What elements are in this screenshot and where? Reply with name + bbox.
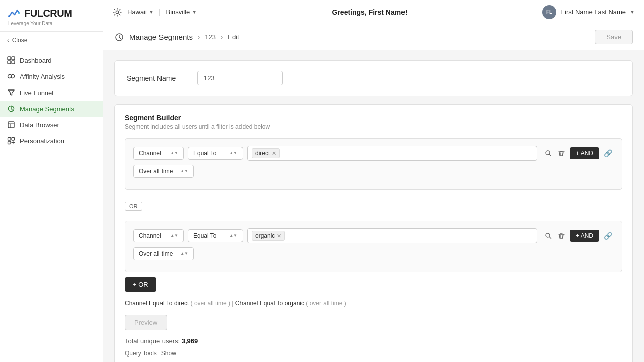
time-range-select-1[interactable]: Over all time ▲▼ <box>133 165 194 178</box>
search-button-2[interactable] <box>543 231 553 241</box>
sidebar-item-affinity-analysis[interactable]: Affinity Analysis <box>0 68 103 84</box>
delete-button-2[interactable] <box>556 231 567 241</box>
filter-tags-area-1: direct ✕ <box>247 146 537 161</box>
breadcrumb-segment-id: 123 <box>205 33 216 41</box>
preview-button[interactable]: Preview <box>125 315 167 330</box>
total-users: Total unique users: 3,969 <box>125 337 622 345</box>
channel-select-arrows-2: ▲▼ <box>170 234 178 238</box>
segment-name-label: Segment Name <box>127 74 187 82</box>
sidebar-item-manage-segments[interactable]: Manage Segments <box>0 101 103 117</box>
filter-tag-direct: direct ✕ <box>252 148 280 158</box>
sidebar-item-live-funnel[interactable]: Live Funnel <box>0 84 103 101</box>
filter-block-2: Channel ▲▼ Equal To ▲▼ organic ✕ <box>125 221 622 272</box>
binsville-dropdown[interactable]: Binsville ▼ <box>166 8 197 16</box>
svg-point-14 <box>116 11 119 14</box>
equal-to-arrows-2: ▲▼ <box>229 234 237 238</box>
close-button[interactable]: ‹ Close <box>0 32 103 49</box>
user-name: First Name Last Name <box>560 8 626 16</box>
sidebar-item-data-browser-label: Data Browser <box>20 121 59 129</box>
fulcrum-logo-icon <box>7 6 21 20</box>
sidebar-item-personalization[interactable]: Personalization <box>0 133 103 149</box>
logo-area: FULCRUM Leverage Your Data <box>0 0 103 32</box>
sidebar-item-personalization-label: Personalization <box>20 137 64 145</box>
save-button[interactable]: Save <box>595 30 633 44</box>
hawaii-dropdown[interactable]: Hawaii ▼ <box>127 8 154 16</box>
chevron-left-icon: ‹ <box>7 37 9 43</box>
topbar-left: Hawaii ▼ | Binsville ▼ <box>112 7 197 17</box>
and-button-2[interactable]: + AND <box>570 230 599 242</box>
topbar-separator: | <box>159 8 161 16</box>
channel-select-arrows-1: ▲▼ <box>170 151 178 155</box>
avatar: FL <box>542 5 556 19</box>
or-line-top <box>135 195 135 202</box>
topbar-header: Hawaii ▼ | Binsville ▼ Greetings, First … <box>103 0 644 24</box>
svg-rect-5 <box>8 61 11 64</box>
svg-rect-13 <box>8 141 11 144</box>
filter-actions-2: + AND 🔗 <box>543 230 614 242</box>
svg-rect-10 <box>8 122 14 128</box>
channel-select-1[interactable]: Channel ▲▼ <box>133 147 184 160</box>
greeting-text: Greetings, First Name! <box>204 8 535 16</box>
link-button-1[interactable]: 🔗 <box>602 148 614 159</box>
svg-rect-3 <box>8 57 11 60</box>
total-users-count: 3,969 <box>182 337 198 345</box>
sidebar-item-data-browser[interactable]: Data Browser <box>0 117 103 133</box>
personalization-icon <box>7 137 15 145</box>
close-label: Close <box>12 37 28 44</box>
segment-name-input[interactable] <box>197 71 283 85</box>
affinity-icon <box>7 72 15 80</box>
query-tools-show[interactable]: Show <box>161 350 176 357</box>
search-button-1[interactable] <box>543 148 553 158</box>
breadcrumb-sep2: › <box>221 33 223 41</box>
filter-tags-area-2: organic ✕ <box>247 228 537 243</box>
or-wrapper: OR <box>125 195 622 218</box>
sidebar-item-dashboard[interactable]: Dashboard <box>0 52 103 68</box>
sidebar-nav: Dashboard Affinity Analysis Live Funnel … <box>0 49 103 362</box>
plus-or-button[interactable]: + OR <box>125 277 156 292</box>
query-tools-label: Query Tools <box>125 350 157 357</box>
delete-button-1[interactable] <box>556 148 567 158</box>
query-summary: Channel Equal To direct ( over all time … <box>125 299 622 308</box>
breadcrumb-title: Manage Segments <box>129 33 193 41</box>
equal-to-select-1[interactable]: Equal To ▲▼ <box>188 147 243 160</box>
svg-point-1 <box>18 12 20 14</box>
time-range-arrows-2: ▲▼ <box>180 252 188 256</box>
user-menu[interactable]: FL First Name Last Name ▼ <box>542 5 635 19</box>
main-area: Hawaii ▼ | Binsville ▼ Greetings, First … <box>103 0 644 362</box>
svg-rect-6 <box>12 61 15 64</box>
or-badge[interactable]: OR <box>125 202 142 211</box>
breadcrumb-bar: Manage Segments › 123 › Edit Save <box>103 24 644 50</box>
equal-to-arrows-1: ▲▼ <box>229 151 237 155</box>
svg-rect-11 <box>8 138 11 141</box>
svg-rect-4 <box>12 57 15 60</box>
sidebar-item-manage-segments-label: Manage Segments <box>20 105 74 113</box>
logo-sub: Leverage Your Data <box>7 21 96 26</box>
equal-to-select-2[interactable]: Equal To ▲▼ <box>188 229 243 242</box>
builder-subtitle: Segment includes all users until a filte… <box>125 123 622 130</box>
tag-remove-organic[interactable]: ✕ <box>277 233 281 239</box>
tag-remove-direct[interactable]: ✕ <box>272 151 276 156</box>
user-chevron: ▼ <box>630 9 635 15</box>
svg-point-2 <box>8 15 10 17</box>
time-range-select-2[interactable]: Over all time ▲▼ <box>133 247 194 260</box>
query-tools-row: Query Tools Show <box>125 350 622 357</box>
filter-tag-organic: organic ✕ <box>252 231 285 241</box>
sidebar-item-affinity-label: Affinity Analysis <box>20 73 65 80</box>
svg-point-16 <box>546 151 550 155</box>
time-range-arrows-1: ▲▼ <box>180 169 188 173</box>
hawaii-label: Hawaii <box>127 8 147 16</box>
and-button-1[interactable]: + AND <box>570 147 599 159</box>
sidebar: FULCRUM Leverage Your Data ‹ Close Dashb… <box>0 0 103 362</box>
gear-icon <box>112 7 122 17</box>
segments-icon <box>7 105 15 113</box>
breadcrumb-sep1: › <box>198 33 200 41</box>
builder-card: Segment Builder Segment includes all use… <box>114 104 633 362</box>
binsville-chevron: ▼ <box>192 9 197 15</box>
filter-block-1: Channel ▲▼ Equal To ▲▼ direct ✕ <box>125 138 622 190</box>
link-button-2[interactable]: 🔗 <box>602 230 614 241</box>
channel-select-2[interactable]: Channel ▲▼ <box>133 229 184 242</box>
manage-segments-breadcrumb-icon <box>114 32 124 42</box>
data-browser-icon <box>7 121 15 129</box>
or-line-bottom <box>135 211 135 218</box>
logo-text: FULCRUM <box>24 8 72 19</box>
